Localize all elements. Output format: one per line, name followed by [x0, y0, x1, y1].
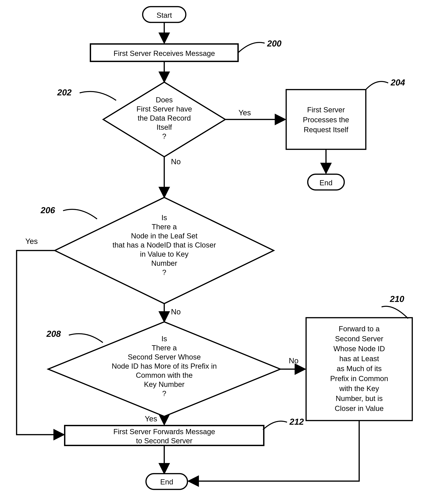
n210-l9: Closer in Value	[335, 404, 384, 413]
ref-206: 206	[40, 205, 55, 215]
n206-l7: ?	[162, 268, 166, 276]
label-208-yes: Yes	[145, 414, 157, 423]
ref-200-leader	[239, 43, 265, 52]
n206-l2: There a	[152, 223, 177, 231]
end1-label: End	[320, 179, 333, 187]
n206-l6: Number	[151, 259, 177, 267]
n210-l6: Prefix in Common	[330, 374, 388, 383]
end2-label: End	[160, 478, 173, 486]
n206-l3: Node in the Leaf Set	[131, 232, 198, 240]
ref-208-leader	[69, 334, 103, 342]
ref-200: 200	[267, 39, 281, 48]
ref-204: 204	[390, 78, 405, 87]
n204-l2: Processes the	[303, 116, 349, 124]
label-206-yes: Yes	[25, 237, 38, 245]
n202-l2: First Server have	[136, 105, 192, 113]
ref-212-leader	[263, 421, 287, 430]
n210-l8: Number, but is	[336, 394, 383, 403]
label-202-no: No	[171, 157, 181, 166]
n210-l7: with the Key	[339, 384, 379, 393]
n204-l3: Request Itself	[304, 126, 348, 134]
n208-l7: ?	[162, 389, 166, 397]
n202-l1: Does	[156, 96, 173, 104]
label-206-no: No	[171, 307, 181, 316]
start-label: Start	[157, 11, 172, 19]
ref-202-leader	[80, 91, 116, 100]
n206-l4: that has a NodeID that is Closer	[112, 241, 216, 249]
n210-l4: has at Least	[339, 354, 379, 363]
n204-l1: First Server	[307, 106, 345, 114]
n202-l4: Itself	[157, 123, 172, 131]
terminal-end2: End	[146, 474, 188, 489]
terminal-end1: End	[308, 174, 344, 190]
n212-l1: First Server Forwards Message	[113, 428, 215, 436]
n210-l2: Second Server	[335, 335, 383, 343]
n206-l1: Is	[162, 214, 167, 222]
ref-210-leader	[382, 306, 408, 318]
process-204: First Server Processes the Request Itsel…	[286, 90, 366, 149]
label-208-no: No	[289, 356, 299, 365]
ref-206-leader	[63, 209, 97, 219]
process-212: First Server Forwards Message to Second …	[65, 425, 264, 445]
n208-l5: Common with the	[136, 371, 193, 379]
n210-l1: Forward to a	[339, 325, 380, 333]
process-210: Forward to a Second Server Whose Node ID…	[306, 318, 412, 421]
decision-208: Is There a Second Server Whose Node ID h…	[48, 322, 280, 416]
edge-206-212-yes	[17, 251, 64, 435]
n208-l4: Node ID has More of its Prefix in	[112, 362, 217, 370]
n210-l5: as Much of its	[337, 364, 382, 373]
n208-l2: There a	[152, 344, 177, 352]
ref-212: 212	[289, 417, 304, 426]
n202-l3: the Data Record	[138, 114, 191, 122]
n208-l1: Is	[162, 335, 167, 343]
process-200: First Server Receives Message	[90, 44, 238, 61]
n206-l5: in Value to Key	[140, 250, 189, 258]
flowchart: Yes No Yes No Yes No Start First Server …	[0, 0, 432, 504]
ref-204-leader	[366, 81, 388, 90]
ref-208: 208	[46, 329, 61, 339]
n208-l3: Second Server Whose	[128, 353, 201, 361]
ref-202: 202	[57, 88, 72, 97]
n200-line1: First Server Receives Message	[114, 49, 215, 57]
n202-l5: ?	[162, 132, 166, 140]
terminal-start: Start	[143, 7, 186, 22]
decision-202: Does First Server have the Data Record I…	[103, 82, 225, 157]
n208-l6: Key Number	[144, 380, 185, 388]
label-202-yes: Yes	[238, 108, 251, 117]
n210-l3: Whose Node ID	[333, 345, 385, 353]
ref-210: 210	[390, 294, 404, 304]
n212-l2: to Second Server	[136, 437, 192, 445]
